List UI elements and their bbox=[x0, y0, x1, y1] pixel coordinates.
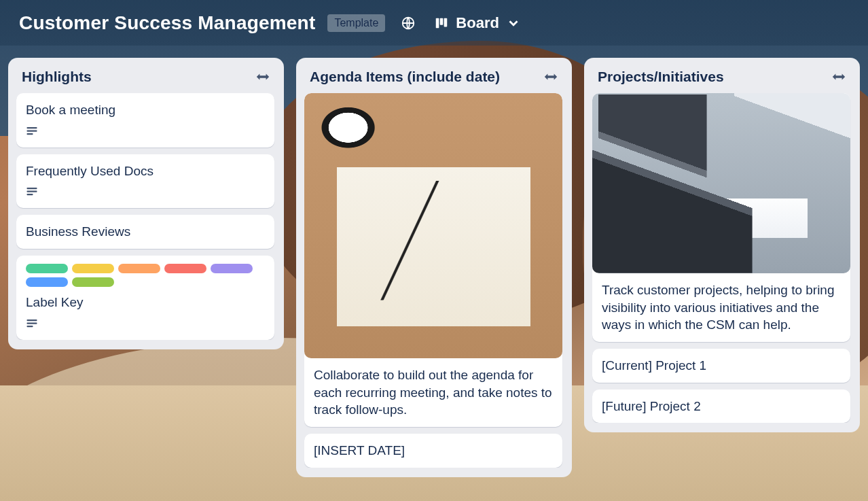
board-view-icon bbox=[434, 16, 449, 31]
list-projects-initiatives: Projects/Initiatives Track customer proj… bbox=[584, 58, 860, 432]
card-label[interactable] bbox=[72, 264, 114, 273]
card-title: [INSERT DATE] bbox=[314, 442, 553, 460]
svg-rect-6 bbox=[27, 133, 33, 135]
svg-rect-5 bbox=[27, 130, 37, 131]
card[interactable]: Business Reviews bbox=[16, 215, 274, 249]
list-title[interactable]: Projects/Initiatives bbox=[598, 69, 724, 85]
collapse-list-icon[interactable] bbox=[831, 71, 846, 83]
list-title[interactable]: Agenda Items (include date) bbox=[310, 69, 500, 85]
svg-rect-7 bbox=[27, 188, 37, 189]
card-title: Business Reviews bbox=[26, 223, 265, 241]
card-title: Collaborate to build out the agenda for … bbox=[314, 366, 553, 419]
card-label[interactable] bbox=[164, 264, 206, 273]
chevron-down-icon bbox=[506, 16, 521, 31]
list-header: Projects/Initiatives bbox=[592, 66, 852, 86]
svg-rect-12 bbox=[27, 326, 33, 327]
list-cards: Book a meeting Frequently Used Docs bbox=[16, 93, 276, 340]
globe-icon[interactable] bbox=[397, 12, 419, 34]
svg-rect-1 bbox=[436, 18, 439, 28]
view-switcher[interactable]: Board bbox=[431, 13, 524, 33]
card-title: Track customer projects, helping to brin… bbox=[602, 281, 841, 334]
card-labels bbox=[26, 264, 265, 287]
list-highlights: Highlights Book a meeting bbox=[8, 58, 284, 349]
card-title: Book a meeting bbox=[26, 101, 265, 119]
view-label: Board bbox=[456, 14, 499, 32]
card[interactable]: Frequently Used Docs bbox=[16, 154, 274, 209]
board-title[interactable]: Customer Success Management bbox=[19, 12, 315, 34]
card[interactable]: [Future] Project 2 bbox=[592, 390, 850, 424]
list-cards: Collaborate to build out the agenda for … bbox=[304, 93, 564, 468]
collapse-list-icon[interactable] bbox=[255, 71, 270, 83]
list-cards: Track customer projects, helping to brin… bbox=[592, 93, 852, 423]
card[interactable]: Book a meeting bbox=[16, 93, 274, 148]
card-cover-image bbox=[592, 93, 850, 273]
board-canvas[interactable]: Highlights Book a meeting bbox=[0, 46, 868, 489]
description-icon bbox=[26, 186, 265, 200]
card-label[interactable] bbox=[211, 264, 253, 273]
svg-rect-10 bbox=[27, 319, 37, 321]
card-title: [Current] Project 1 bbox=[602, 357, 841, 375]
svg-rect-11 bbox=[27, 322, 37, 324]
template-badge[interactable]: Template bbox=[327, 14, 385, 32]
card-cover-image bbox=[304, 93, 562, 358]
card-title: Frequently Used Docs bbox=[26, 162, 265, 180]
card[interactable]: Track customer projects, helping to brin… bbox=[592, 93, 850, 342]
svg-rect-2 bbox=[440, 18, 444, 24]
card[interactable]: Collaborate to build out the agenda for … bbox=[304, 93, 562, 427]
svg-rect-3 bbox=[444, 18, 448, 27]
list-title[interactable]: Highlights bbox=[22, 69, 92, 85]
card-label[interactable] bbox=[26, 264, 68, 273]
board-header: Customer Success Management Template Boa… bbox=[0, 0, 868, 46]
card-label[interactable] bbox=[26, 277, 68, 287]
card-title: Label Key bbox=[26, 294, 265, 311]
description-icon bbox=[26, 318, 265, 332]
description-icon bbox=[26, 126, 265, 139]
list-agenda-items: Agenda Items (include date) Collaborate … bbox=[296, 58, 572, 477]
svg-rect-8 bbox=[27, 191, 37, 192]
svg-rect-9 bbox=[27, 194, 33, 195]
card-title: [Future] Project 2 bbox=[602, 398, 841, 415]
list-header: Agenda Items (include date) bbox=[304, 66, 564, 86]
collapse-list-icon[interactable] bbox=[543, 71, 558, 83]
card[interactable]: [INSERT DATE] bbox=[304, 434, 562, 468]
svg-rect-4 bbox=[27, 127, 37, 128]
card-label[interactable] bbox=[72, 277, 114, 287]
card-label-key[interactable]: Label Key bbox=[16, 256, 274, 340]
card[interactable]: [Current] Project 1 bbox=[592, 349, 850, 383]
list-header: Highlights bbox=[16, 66, 276, 86]
card-label[interactable] bbox=[118, 264, 160, 273]
